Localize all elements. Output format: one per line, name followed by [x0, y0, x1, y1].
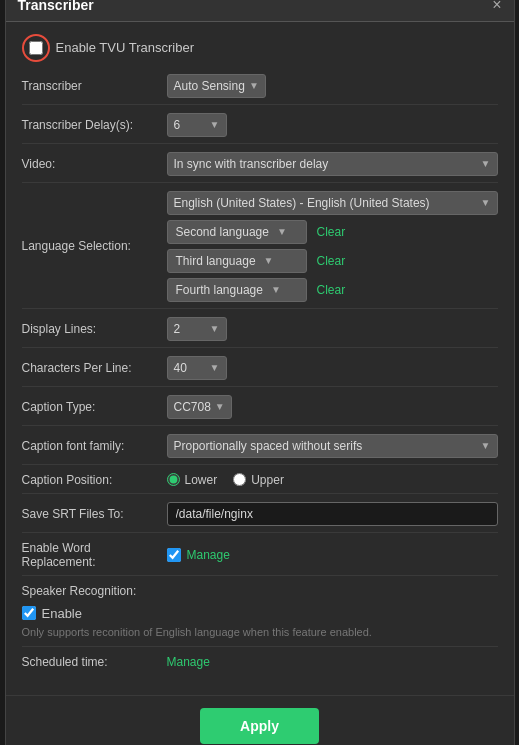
dialog-footer: Apply: [6, 695, 514, 745]
caption-font-controls: Proportionally spaced without serifs ▼: [167, 434, 498, 458]
title-bar: Transcriber ×: [6, 0, 514, 22]
video-controls: In sync with transcriber delay ▼: [167, 152, 498, 176]
caption-lower-option[interactable]: Lower: [167, 473, 218, 487]
speaker-recognition-note: Only supports reconition of English lang…: [22, 625, 372, 640]
language-section: English (United States) - English (Unite…: [167, 191, 498, 302]
third-language-clear-link[interactable]: Clear: [317, 254, 346, 268]
dropdown-arrow-icon: ▼: [249, 80, 259, 91]
save-srt-controls: [167, 502, 498, 526]
caption-position-radio-group: Lower Upper: [167, 473, 284, 487]
dropdown-arrow-icon: ▼: [210, 119, 220, 130]
second-language-clear-link[interactable]: Clear: [317, 225, 346, 239]
transcriber-delay-controls: 6 ▼: [167, 113, 498, 137]
word-replacement-row: Enable Word Replacement: Manage: [22, 541, 498, 576]
chars-per-line-controls: 40 ▼: [167, 356, 498, 380]
scheduled-time-label: Scheduled time:: [22, 655, 167, 669]
caption-font-dropdown[interactable]: Proportionally spaced without serifs ▼: [167, 434, 498, 458]
dropdown-arrow-icon: ▼: [215, 401, 225, 412]
word-replacement-label: Enable Word Replacement:: [22, 541, 167, 569]
caption-position-controls: Lower Upper: [167, 473, 498, 487]
video-label: Video:: [22, 157, 167, 171]
transcriber-delay-dropdown[interactable]: 6 ▼: [167, 113, 227, 137]
chars-per-line-label: Characters Per Line:: [22, 361, 167, 375]
fourth-language-row: Fourth language ▼ Clear: [167, 278, 498, 302]
second-language-row: Second language ▼ Clear: [167, 220, 498, 244]
speaker-enable-label: Enable: [42, 606, 82, 621]
dropdown-arrow-icon: ▼: [481, 158, 491, 169]
primary-language-dropdown[interactable]: English (United States) - English (Unite…: [167, 191, 498, 215]
speaker-enable-checkbox[interactable]: [22, 606, 36, 620]
chars-per-line-row: Characters Per Line: 40 ▼: [22, 356, 498, 387]
dropdown-arrow-icon: ▼: [264, 255, 274, 266]
caption-upper-option[interactable]: Upper: [233, 473, 284, 487]
third-language-row: Third language ▼ Clear: [167, 249, 498, 273]
video-dropdown[interactable]: In sync with transcriber delay ▼: [167, 152, 498, 176]
enable-tvu-label: Enable TVU Transcriber: [56, 40, 195, 55]
scheduled-time-manage-link[interactable]: Manage: [167, 655, 210, 669]
caption-font-label: Caption font family:: [22, 439, 167, 453]
word-replacement-manage-link[interactable]: Manage: [187, 548, 230, 562]
enable-tvu-checkbox[interactable]: [29, 41, 43, 55]
dropdown-arrow-icon: ▼: [271, 284, 281, 295]
dropdown-arrow-icon: ▼: [210, 323, 220, 334]
dropdown-arrow-icon: ▼: [277, 226, 287, 237]
display-lines-controls: 2 ▼: [167, 317, 498, 341]
transcriber-dropdown[interactable]: Auto Sensing ▼: [167, 74, 266, 98]
caption-font-row: Caption font family: Proportionally spac…: [22, 434, 498, 465]
caption-type-controls: CC708 ▼: [167, 395, 498, 419]
caption-lower-radio[interactable]: [167, 473, 180, 486]
save-srt-label: Save SRT Files To:: [22, 507, 167, 521]
save-srt-row: Save SRT Files To:: [22, 502, 498, 533]
second-language-dropdown[interactable]: Second language ▼: [167, 220, 307, 244]
transcriber-row: Transcriber Auto Sensing ▼: [22, 74, 498, 105]
chars-per-line-dropdown[interactable]: 40 ▼: [167, 356, 227, 380]
fourth-language-dropdown[interactable]: Fourth language ▼: [167, 278, 307, 302]
dropdown-arrow-icon: ▼: [210, 362, 220, 373]
video-row: Video: In sync with transcriber delay ▼: [22, 152, 498, 183]
display-lines-row: Display Lines: 2 ▼: [22, 317, 498, 348]
primary-language-row: English (United States) - English (Unite…: [167, 191, 498, 215]
enable-tvu-row: Enable TVU Transcriber: [22, 34, 498, 62]
transcriber-delay-label: Transcriber Delay(s):: [22, 118, 167, 132]
scheduled-time-row: Scheduled time: Manage: [22, 655, 498, 675]
enable-ring: [22, 34, 50, 62]
transcriber-dialog: Transcriber × Enable TVU Transcriber Tra…: [5, 0, 515, 745]
dropdown-arrow-icon: ▼: [481, 440, 491, 451]
dropdown-arrow-icon: ▼: [481, 197, 491, 208]
dialog-title: Transcriber: [18, 0, 94, 13]
caption-type-row: Caption Type: CC708 ▼: [22, 395, 498, 426]
display-lines-dropdown[interactable]: 2 ▼: [167, 317, 227, 341]
apply-button[interactable]: Apply: [200, 708, 319, 744]
close-button[interactable]: ×: [492, 0, 501, 13]
speaker-recognition-label: Speaker Recognition:: [22, 584, 137, 598]
language-selection-label: Language Selection:: [22, 239, 167, 253]
third-language-dropdown[interactable]: Third language ▼: [167, 249, 307, 273]
word-replacement-controls: Manage: [167, 548, 498, 562]
caption-upper-radio[interactable]: [233, 473, 246, 486]
language-selection-row: Language Selection: English (United Stat…: [22, 191, 498, 309]
caption-type-dropdown[interactable]: CC708 ▼: [167, 395, 232, 419]
scheduled-time-controls: Manage: [167, 655, 498, 669]
save-srt-input[interactable]: [167, 502, 498, 526]
caption-type-label: Caption Type:: [22, 400, 167, 414]
caption-position-row: Caption Position: Lower Upper: [22, 473, 498, 494]
dialog-content: Enable TVU Transcriber Transcriber Auto …: [6, 22, 514, 695]
transcriber-controls: Auto Sensing ▼: [167, 74, 498, 98]
speaker-enable-section: Enable: [22, 606, 82, 621]
transcriber-label: Transcriber: [22, 79, 167, 93]
fourth-language-clear-link[interactable]: Clear: [317, 283, 346, 297]
speaker-recognition-row: Speaker Recognition: Enable Only support…: [22, 584, 498, 647]
display-lines-label: Display Lines:: [22, 322, 167, 336]
transcriber-delay-row: Transcriber Delay(s): 6 ▼: [22, 113, 498, 144]
word-replacement-checkbox[interactable]: [167, 548, 181, 562]
caption-position-label: Caption Position:: [22, 473, 167, 487]
